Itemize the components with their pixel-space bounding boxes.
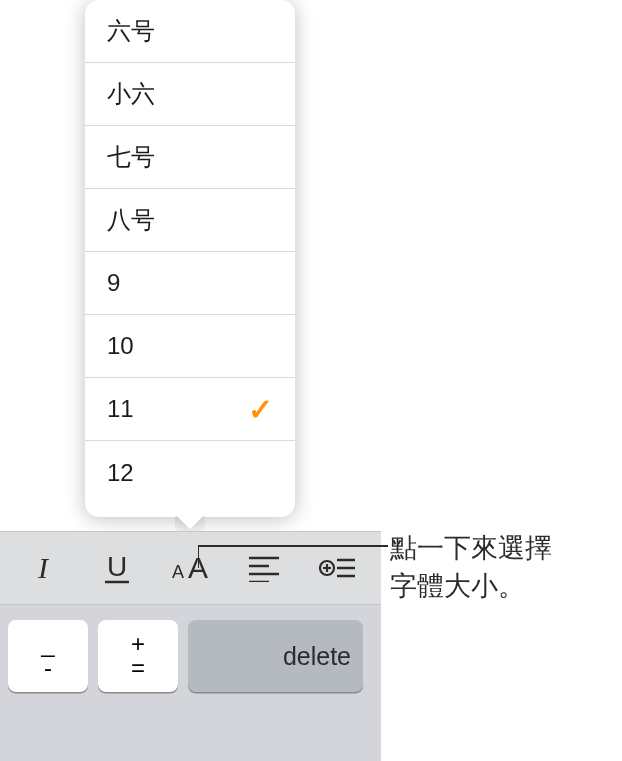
underline-button[interactable]: U	[87, 538, 147, 598]
callout-line-1: 點一下來選擇	[390, 530, 610, 568]
font-size-list: 六号 小六 七号 八号 9 10 11 ✓ 12	[85, 0, 295, 504]
key-label-top: _	[41, 632, 54, 656]
key-plus-equals[interactable]: + =	[98, 620, 178, 692]
option-label: 七号	[107, 141, 273, 173]
key-label: delete	[283, 642, 351, 671]
checkmark-icon: ✓	[248, 392, 273, 427]
option-label: 八号	[107, 204, 273, 236]
font-size-option[interactable]: 六号	[85, 0, 295, 63]
key-label-bottom: -	[44, 656, 52, 680]
italic-icon: I	[29, 551, 57, 585]
font-size-popover: 六号 小六 七号 八号 9 10 11 ✓ 12	[85, 0, 295, 517]
keyboard-row: _ - + = delete	[0, 605, 381, 761]
font-size-option-selected[interactable]: 11 ✓	[85, 378, 295, 441]
option-label: 小六	[107, 78, 273, 110]
font-size-icon: A A	[168, 551, 212, 585]
callout-line-2: 字體大小。	[390, 568, 610, 606]
font-size-option[interactable]: 七号	[85, 126, 295, 189]
key-label-top: +	[131, 632, 145, 656]
svg-text:U: U	[107, 551, 127, 582]
align-button[interactable]	[234, 538, 294, 598]
option-label: 10	[107, 332, 273, 360]
underline-icon: U	[100, 550, 134, 586]
align-icon	[247, 554, 281, 582]
svg-text:A: A	[188, 551, 208, 584]
italic-button[interactable]: I	[13, 538, 73, 598]
key-label-bottom: =	[131, 656, 145, 680]
option-label: 11	[107, 395, 248, 423]
font-size-option[interactable]: 10	[85, 315, 295, 378]
option-label: 12	[107, 459, 273, 487]
callout-text: 點一下來選擇 字體大小。	[390, 530, 610, 606]
option-label: 9	[107, 269, 273, 297]
option-label: 六号	[107, 15, 273, 47]
font-size-option[interactable]: 八号	[85, 189, 295, 252]
svg-text:A: A	[172, 562, 184, 582]
format-toolbar: I U A A	[0, 531, 381, 605]
key-underscore-minus[interactable]: _ -	[8, 620, 88, 692]
insert-icon	[319, 554, 357, 582]
font-size-option[interactable]: 12	[85, 441, 295, 504]
font-size-option[interactable]: 9	[85, 252, 295, 315]
popover-tail	[175, 515, 205, 531]
font-size-option[interactable]: 小六	[85, 63, 295, 126]
font-size-button[interactable]: A A	[160, 538, 220, 598]
insert-button[interactable]	[308, 538, 368, 598]
key-delete[interactable]: delete	[188, 620, 363, 692]
svg-text:I: I	[37, 551, 50, 584]
